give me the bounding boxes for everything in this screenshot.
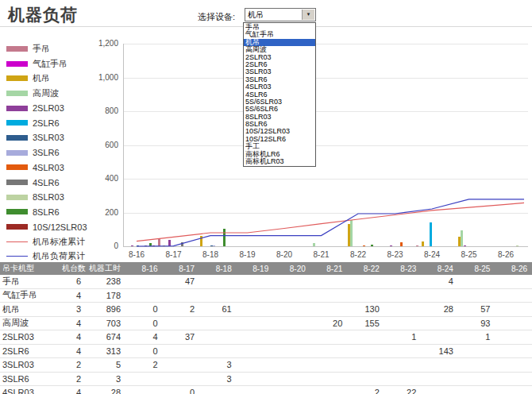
table-header-cell: 8-19 — [237, 262, 274, 275]
table-cell: 0 — [163, 386, 200, 394]
table-row: 2SLR03467443711 — [0, 330, 532, 345]
table-cell-machine-type: 气缸手吊 — [0, 288, 62, 303]
gridline — [123, 145, 528, 146]
table-cell: 4 — [125, 330, 163, 345]
table-cell: 2 — [347, 386, 384, 394]
table-cell — [458, 288, 495, 303]
table-cell-machine-type: 机吊 — [0, 303, 62, 317]
table-cell-machine-type: 高周波 — [0, 316, 62, 330]
machine-load-page: 机器负荷 选择设备: 机吊 ▼ 手吊气缸手吊机吊高周波2SLR032SLR63S… — [0, 0, 532, 394]
table-cell — [199, 316, 237, 330]
table-cell — [347, 288, 384, 303]
table-cell: 4 — [62, 316, 86, 330]
table-cell — [310, 288, 348, 303]
table-cell — [495, 303, 532, 317]
table-row: 手吊6238474 — [0, 275, 532, 288]
table-cell — [384, 303, 422, 317]
y-axis-tick-label: 1,200 — [82, 39, 118, 48]
table-cell — [384, 372, 422, 386]
table-cell — [458, 275, 495, 288]
table-cell-machine-type: 3SLR6 — [0, 372, 62, 386]
table-header-cell: 8-24 — [421, 262, 458, 275]
table-cell: 4 — [62, 386, 86, 394]
table-header-cell: 机器工时 — [86, 262, 125, 275]
chart-bar — [313, 243, 315, 246]
table-cell: 2 — [125, 358, 163, 373]
table-cell — [273, 386, 310, 394]
table-cell — [163, 288, 200, 303]
table-header-cell: 8-22 — [347, 262, 384, 275]
table-cell — [237, 344, 274, 358]
cumulative-line — [137, 203, 524, 241]
table-cell: 0 — [125, 316, 163, 330]
table-cell — [125, 372, 163, 386]
table-header-cell: 8-23 — [384, 262, 422, 275]
chart-bar — [422, 241, 424, 246]
table-cell — [310, 386, 348, 394]
x-axis-tick-label: 8-17 — [156, 250, 192, 259]
table-cell — [310, 330, 348, 345]
table-cell — [458, 344, 495, 358]
device-dropdown-list[interactable]: 手吊气缸手吊机吊高周波2SLR032SLR63SLR033SLR64SLR034… — [243, 22, 316, 167]
table-cell — [273, 288, 310, 303]
table-cell — [310, 358, 348, 373]
table-cell — [310, 275, 348, 288]
table-cell: 703 — [86, 316, 125, 330]
table-cell: 3 — [199, 358, 237, 373]
cumulative-lines-svg — [123, 44, 528, 248]
device-combobox-value: 机吊 — [248, 10, 264, 21]
load-table: 吊卡机型机台数机器工时8-168-178-188-198-208-218-228… — [0, 262, 532, 394]
x-axis-tick-label: 8-23 — [377, 250, 414, 259]
table-cell — [384, 288, 422, 303]
table-cell — [310, 303, 348, 317]
table-cell: 238 — [86, 275, 125, 288]
table-cell: 2 — [163, 303, 200, 317]
device-combobox[interactable]: 机吊 ▼ — [245, 8, 316, 21]
table-cell: 61 — [199, 303, 237, 317]
table-cell — [458, 358, 495, 373]
table-cell — [347, 358, 384, 373]
chevron-down-icon[interactable]: ▼ — [302, 10, 314, 20]
table-cell — [199, 344, 237, 358]
table-cell — [237, 386, 274, 394]
table-cell — [347, 275, 384, 288]
table-cell — [495, 275, 532, 288]
y-axis-tick-label: 0 — [82, 241, 118, 250]
table-header-cell: 8-21 — [310, 262, 348, 275]
table-cell — [237, 330, 274, 345]
table-cell: 1 — [384, 330, 422, 345]
chart-bar — [168, 240, 171, 246]
table-cell — [199, 288, 237, 303]
table-cell: 4 — [62, 288, 86, 303]
chart-bar — [430, 222, 432, 246]
table-cell: 674 — [86, 330, 125, 345]
table-cell — [310, 372, 348, 386]
table-cell — [347, 330, 384, 345]
x-axis-tick-label: 8-22 — [340, 250, 376, 259]
table-header-cell: 8-16 — [125, 262, 163, 275]
table-cell — [384, 316, 422, 330]
x-axis-tick-label: 8-21 — [303, 250, 340, 259]
table-cell — [421, 316, 458, 330]
y-axis-line — [123, 44, 124, 246]
table-cell — [125, 386, 163, 394]
y-axis-tick-label: 1,000 — [82, 73, 118, 82]
y-axis-tick-label: 600 — [82, 141, 118, 149]
chart-bar — [416, 245, 418, 246]
table-cell — [237, 303, 274, 317]
chart-bar — [464, 245, 466, 246]
table-cell: 4 — [62, 344, 86, 358]
gridline — [123, 78, 528, 79]
chart-bar — [390, 245, 392, 246]
table-cell — [273, 303, 310, 317]
table-cell — [347, 372, 384, 386]
chart-bar — [145, 245, 147, 246]
dropdown-option[interactable]: 商标机LR03 — [244, 158, 315, 165]
y-axis-tick-label: 400 — [82, 174, 118, 183]
chart-bar — [400, 242, 403, 246]
table-cell: 4 — [421, 275, 458, 288]
gridline — [123, 246, 528, 247]
chart-bar — [181, 242, 183, 246]
table-cell — [125, 275, 163, 288]
table-cell-machine-type: 4SLR03 — [0, 386, 62, 394]
